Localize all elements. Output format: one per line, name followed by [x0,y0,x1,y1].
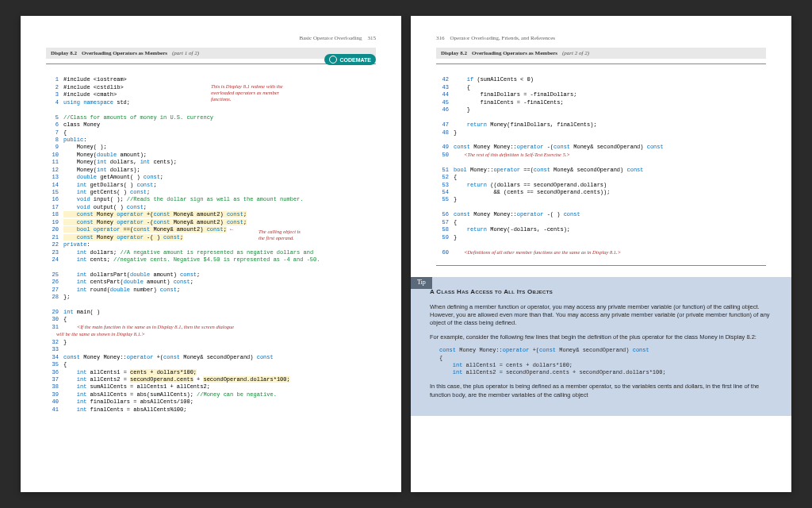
page-left: Basic Operator Overloading 315 CODEMATE … [21,16,401,492]
note-main: <If the main function is the same as in … [46,324,234,337]
hdr-pg-l: 315 [368,35,377,41]
tip-heading: A Class Has Access to All Its Objects [430,288,776,297]
display-bar-r: Display 8.2 Overloading Operators as Mem… [436,48,766,59]
tip-p3: In this case, the plus operator is being… [430,383,776,398]
tip-code: const Money Money::operator +(const Mone… [439,347,776,377]
hdr-title-r: Operator Overloading, Friends, and Refer… [450,35,556,41]
code-right: 42 if (sumAllCents < 0) 43 { 44 finalDol… [436,69,766,264]
tip-p2: For example, consider the following few … [430,333,776,341]
display-label-r: Display 8.2 [441,50,467,56]
display-part-r: (part 2 of 2) [562,50,589,56]
page-right: 316 Operator Overloading, Friends, and R… [411,16,791,492]
display-part-l: (part 1 of 2) [172,50,199,56]
tip-p1: When defining a member function or opera… [430,303,776,327]
header-right: 316 Operator Overloading, Friends, and R… [436,35,766,41]
book-spread: Basic Operator Overloading 315 CODEMATE … [0,0,812,508]
tip-box: Tip A Class Has Access to All Its Object… [411,277,791,416]
display-label-l: Display 8.2 [51,50,77,56]
hdr-pg-r: 316 [436,35,445,41]
tip-tab: Tip [411,277,432,289]
rule-r [436,64,766,64]
display-title-l: Overloading Operators as Members [82,50,167,56]
codemate-badge: CODEMATE [324,54,376,65]
hdr-title-l: Basic Operator Overloading [300,35,362,41]
code-left: 1#include <iostream> 2#include <cstdlib>… [46,69,376,421]
display-title-r: Overloading Operators as Members [472,50,557,56]
header-left: Basic Operator Overloading 315 [46,35,376,41]
rule-r2 [436,265,766,266]
